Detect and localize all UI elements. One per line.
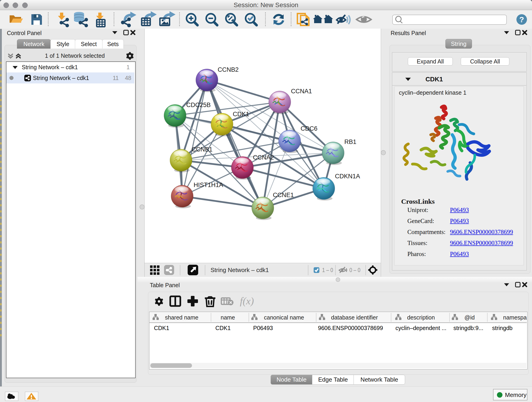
svg-text:description: description bbox=[407, 314, 435, 321]
svg-text:CDK1: CDK1 bbox=[154, 325, 169, 331]
svg-text:@id: @id bbox=[464, 314, 475, 321]
svg-text:CDK1: CDK1 bbox=[425, 76, 443, 83]
svg-text:RB1: RB1 bbox=[344, 138, 356, 145]
svg-text:cyclin–dependent ...: cyclin–dependent ... bbox=[395, 325, 446, 331]
svg-text:?: ? bbox=[519, 15, 524, 24]
svg-text:HIST1H1A: HIST1H1A bbox=[194, 182, 223, 188]
svg-text:0 – 0: 0 – 0 bbox=[349, 267, 360, 273]
svg-text:name: name bbox=[221, 314, 235, 321]
svg-text:database identifier: database identifier bbox=[331, 314, 378, 321]
svg-text:CCNB2: CCNB2 bbox=[218, 66, 239, 73]
svg-text:String Network – cdk1: String Network – cdk1 bbox=[22, 64, 78, 70]
svg-text:11: 11 bbox=[113, 75, 119, 81]
svg-text:CCNE1: CCNE1 bbox=[273, 191, 294, 198]
svg-text:1: 1 bbox=[127, 64, 130, 70]
svg-text:CCNB1: CCNB1 bbox=[191, 146, 213, 153]
svg-text:CDK1: CDK1 bbox=[215, 325, 231, 331]
svg-text:CCNA2: CCNA2 bbox=[253, 154, 274, 161]
svg-text:CDC6: CDC6 bbox=[301, 125, 317, 132]
svg-text:shared name: shared name bbox=[165, 314, 198, 321]
svg-text:48: 48 bbox=[125, 75, 131, 81]
svg-text:CDK1: CDK1 bbox=[233, 111, 249, 118]
svg-text:stringdb:9...: stringdb:9... bbox=[453, 325, 483, 331]
svg-text:f(x): f(x) bbox=[240, 295, 254, 307]
svg-text:String Network – cdk1: String Network – cdk1 bbox=[33, 75, 89, 81]
svg-text:1 of 1 Network selected: 1 of 1 Network selected bbox=[45, 52, 105, 59]
svg-text:9606.ENSP00000378699: 9606.ENSP00000378699 bbox=[318, 325, 383, 331]
svg-text:1 – 0: 1 – 0 bbox=[322, 267, 333, 273]
svg-text:Memory: Memory bbox=[505, 391, 526, 398]
svg-text:CDC25B: CDC25B bbox=[186, 102, 211, 108]
svg-text:P06493: P06493 bbox=[253, 325, 273, 331]
svg-text:canonical name: canonical name bbox=[264, 314, 304, 321]
svg-text:CCNA1: CCNA1 bbox=[291, 88, 312, 95]
svg-text:String Network – cdk1: String Network – cdk1 bbox=[210, 267, 269, 274]
svg-text:stringdb: stringdb bbox=[492, 325, 513, 331]
svg-text:CDKN1A: CDKN1A bbox=[335, 173, 360, 180]
svg-text:namespac: namespac bbox=[503, 314, 527, 321]
